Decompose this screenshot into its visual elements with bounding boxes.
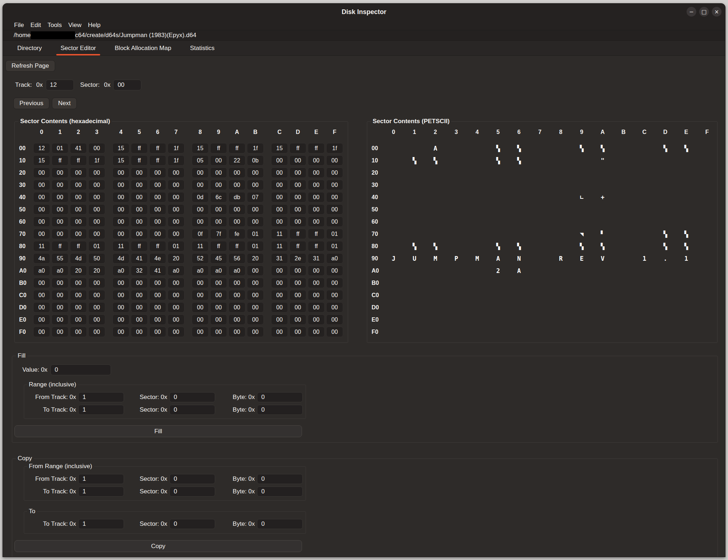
hex-byte-cell[interactable]: 00 xyxy=(308,302,325,313)
hex-byte-cell[interactable]: 00 xyxy=(308,155,325,166)
hex-byte-cell[interactable]: 00 xyxy=(247,167,264,178)
hex-byte-cell[interactable]: 00 xyxy=(33,327,50,337)
hex-byte-cell[interactable]: 00 xyxy=(326,327,343,337)
hex-byte-cell[interactable]: 00 xyxy=(33,278,50,288)
hex-byte-cell[interactable]: 11 xyxy=(33,241,50,251)
refresh-page-button[interactable]: Refresh Page xyxy=(5,60,55,72)
hex-byte-cell[interactable]: 00 xyxy=(70,278,87,288)
hex-byte-cell[interactable]: 00 xyxy=(289,155,306,166)
hex-byte-cell[interactable]: 00 xyxy=(271,290,288,300)
hex-byte-cell[interactable]: 00 xyxy=(88,302,105,313)
hex-byte-cell[interactable]: 15 xyxy=(192,143,209,153)
hex-byte-cell[interactable]: 00 xyxy=(112,192,129,202)
hex-byte-cell[interactable]: ff xyxy=(149,155,166,166)
hex-byte-cell[interactable]: 00 xyxy=(289,180,306,190)
hex-byte-cell[interactable]: ff xyxy=(308,229,325,239)
hex-byte-cell[interactable]: 00 xyxy=(131,290,148,300)
window-minimize-button[interactable]: − xyxy=(687,7,696,17)
hex-byte-cell[interactable]: 00 xyxy=(210,290,227,300)
hex-byte-cell[interactable]: 00 xyxy=(271,192,288,202)
hex-byte-cell[interactable]: 00 xyxy=(168,204,185,215)
hex-byte-cell[interactable]: 15 xyxy=(33,155,50,166)
hex-byte-cell[interactable]: 01 xyxy=(326,229,343,239)
hex-byte-cell[interactable]: 1f xyxy=(168,155,185,166)
hex-byte-cell[interactable]: ff xyxy=(149,241,166,251)
hex-byte-cell[interactable]: 00 xyxy=(289,302,306,313)
hex-byte-cell[interactable]: 00 xyxy=(70,180,87,190)
hex-byte-cell[interactable]: 00 xyxy=(33,180,50,190)
hex-byte-cell[interactable]: ff xyxy=(228,143,245,153)
hex-byte-cell[interactable]: 00 xyxy=(52,204,68,215)
sector-input[interactable]: 0 xyxy=(169,519,215,529)
hex-byte-cell[interactable]: 00 xyxy=(131,167,148,178)
hex-byte-cell[interactable]: 00 xyxy=(149,192,166,202)
sector-input[interactable]: 0 xyxy=(169,474,215,484)
hex-byte-cell[interactable]: 00 xyxy=(308,278,325,288)
hex-byte-cell[interactable]: 00 xyxy=(168,290,185,300)
hex-byte-cell[interactable]: 20 xyxy=(247,253,264,264)
hex-byte-cell[interactable]: 00 xyxy=(33,192,50,202)
hex-byte-cell[interactable]: 00 xyxy=(326,265,343,276)
hex-byte-cell[interactable]: 4d xyxy=(70,253,87,264)
hex-byte-cell[interactable]: 00 xyxy=(289,204,306,215)
hex-byte-cell[interactable]: 00 xyxy=(210,204,227,215)
hex-byte-cell[interactable]: 00 xyxy=(168,167,185,178)
hex-byte-cell[interactable]: 41 xyxy=(131,253,148,264)
hex-byte-cell[interactable]: 00 xyxy=(149,290,166,300)
hex-byte-cell[interactable]: 00 xyxy=(326,180,343,190)
hex-byte-cell[interactable]: 00 xyxy=(52,180,68,190)
hex-byte-cell[interactable]: a0 xyxy=(228,265,245,276)
hex-byte-cell[interactable]: 00 xyxy=(112,216,129,227)
menu-help[interactable]: Help xyxy=(85,22,104,29)
hex-byte-cell[interactable]: 00 xyxy=(210,155,227,166)
hex-byte-cell[interactable]: 00 xyxy=(271,155,288,166)
hex-byte-cell[interactable]: 00 xyxy=(326,302,343,313)
hex-byte-cell[interactable]: 00 xyxy=(52,314,68,325)
hex-byte-cell[interactable]: 00 xyxy=(289,278,306,288)
hex-byte-cell[interactable]: 00 xyxy=(210,167,227,178)
hex-byte-cell[interactable]: 00 xyxy=(210,216,227,227)
hex-byte-cell[interactable]: 00 xyxy=(149,327,166,337)
previous-button[interactable]: Previous xyxy=(13,98,49,109)
hex-byte-cell[interactable]: a0 xyxy=(210,265,227,276)
hex-byte-cell[interactable]: a0 xyxy=(33,265,50,276)
hex-byte-cell[interactable]: 00 xyxy=(228,290,245,300)
hex-byte-cell[interactable]: 7f xyxy=(210,229,227,239)
hex-byte-cell[interactable]: 1f xyxy=(88,155,105,166)
hex-byte-cell[interactable]: 00 xyxy=(271,302,288,313)
hex-byte-cell[interactable]: 31 xyxy=(271,253,288,264)
hex-byte-cell[interactable]: 00 xyxy=(70,314,87,325)
hex-byte-cell[interactable]: 12 xyxy=(33,143,50,153)
hex-byte-cell[interactable]: 00 xyxy=(247,180,264,190)
hex-byte-cell[interactable]: 20 xyxy=(70,265,87,276)
hex-byte-cell[interactable]: ff xyxy=(131,143,148,153)
hex-byte-cell[interactable]: 00 xyxy=(88,192,105,202)
hex-byte-cell[interactable]: a0 xyxy=(112,265,129,276)
hex-byte-cell[interactable]: 00 xyxy=(52,229,68,239)
hex-byte-cell[interactable]: 00 xyxy=(33,290,50,300)
hex-byte-cell[interactable]: 00 xyxy=(168,278,185,288)
hex-byte-cell[interactable]: 00 xyxy=(271,278,288,288)
hex-byte-cell[interactable]: 4a xyxy=(33,253,50,264)
menu-view[interactable]: View xyxy=(65,22,85,29)
hex-byte-cell[interactable]: 00 xyxy=(271,265,288,276)
hex-byte-cell[interactable]: 00 xyxy=(228,327,245,337)
hex-byte-cell[interactable]: 11 xyxy=(192,241,209,251)
hex-byte-cell[interactable]: 00 xyxy=(247,290,264,300)
tab-block-allocation-map[interactable]: Block Allocation Map xyxy=(105,41,181,55)
hex-byte-cell[interactable]: 11 xyxy=(271,241,288,251)
hex-byte-cell[interactable]: 00 xyxy=(88,278,105,288)
hex-byte-cell[interactable]: 45 xyxy=(210,253,227,264)
hex-byte-cell[interactable]: 00 xyxy=(149,167,166,178)
hex-byte-cell[interactable]: 1f xyxy=(247,143,264,153)
hex-byte-cell[interactable]: 00 xyxy=(131,229,148,239)
hex-byte-cell[interactable]: 00 xyxy=(247,265,264,276)
hex-byte-cell[interactable]: 00 xyxy=(289,167,306,178)
hex-byte-cell[interactable]: 01 xyxy=(326,241,343,251)
hex-byte-cell[interactable]: 00 xyxy=(247,302,264,313)
hex-byte-cell[interactable]: 00 xyxy=(210,180,227,190)
next-button[interactable]: Next xyxy=(52,98,77,109)
hex-byte-cell[interactable]: 00 xyxy=(88,314,105,325)
hex-byte-cell[interactable]: 6c xyxy=(210,192,227,202)
hex-byte-cell[interactable]: 00 xyxy=(271,327,288,337)
